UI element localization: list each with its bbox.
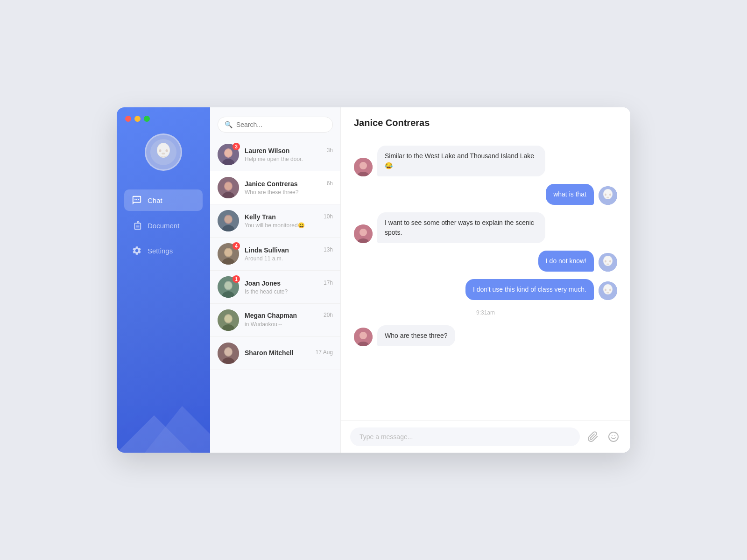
contact-avatar-janice [218, 177, 239, 198]
chat-header: Janice Contreras [341, 107, 630, 136]
badge-lauren: 3 [233, 143, 240, 150]
contact-preview-megan: in Wudaokou～ [245, 321, 333, 329]
contact-info-lauren: Lauren Wilson 3h Help me open the door. [245, 147, 333, 162]
contact-info-linda: Linda Sullivan 13h Around 11 a.m. [245, 246, 333, 262]
message-bubble-1: Similar to the West Lake and Thousand Is… [377, 146, 545, 176]
contact-preview-lauren: Help me open the door. [245, 156, 333, 162]
svg-point-47 [606, 197, 609, 198]
contact-time-kelly: 10h [324, 213, 333, 221]
message-row-4: I do not know! [354, 251, 617, 272]
contact-preview-janice: Who are these three? [245, 189, 333, 196]
user-avatar [145, 133, 182, 171]
contact-time-joan: 17h [324, 280, 333, 287]
message-avatar-janice-1 [354, 158, 373, 176]
contact-item-kelly[interactable]: Kelly Tran 10h You will be monitored😀 [210, 204, 340, 238]
attach-button[interactable] [585, 429, 600, 444]
svg-point-6 [134, 199, 135, 200]
emoji-button[interactable] [606, 429, 621, 444]
close-button[interactable] [125, 116, 131, 122]
svg-point-14 [225, 149, 232, 157]
badge-joan: 1 [233, 275, 240, 283]
sidebar-chat-label: Chat [148, 196, 162, 204]
svg-point-30 [225, 282, 232, 289]
paperclip-icon [587, 431, 599, 442]
contact-time-janice: 6h [327, 180, 333, 188]
svg-point-7 [136, 199, 137, 200]
contact-preview-linda: Around 11 a.m. [245, 255, 333, 262]
contact-item-lauren[interactable]: 3 Lauren Wilson 3h Help me open the door… [210, 138, 340, 171]
contact-time-sharon: 17 Aug [316, 349, 333, 357]
message-bubble-3: I want to see some other ways to explain… [377, 212, 545, 243]
message-row-7: Who are these three? [354, 325, 617, 346]
svg-point-22 [225, 216, 232, 223]
message-avatar-janice-3 [354, 328, 373, 346]
svg-point-50 [359, 229, 367, 236]
contact-item-janice[interactable]: Janice Contreras 6h Who are these three? [210, 171, 340, 204]
time-divider: 9:31am [354, 308, 617, 318]
message-bubble-5: I don't use this kind of class very much… [465, 279, 594, 300]
contact-avatar-wrap-lauren: 3 [218, 144, 239, 165]
maximize-button[interactable] [144, 116, 150, 122]
svg-point-34 [225, 315, 232, 322]
contact-info-sharon: Sharon Mitchell 17 Aug [245, 349, 333, 358]
svg-point-60 [605, 289, 606, 291]
sidebar-item-chat[interactable]: Chat [124, 189, 203, 211]
emoji-icon [608, 431, 619, 442]
app-window: Chat Document Settings [117, 107, 630, 453]
svg-point-62 [606, 292, 609, 294]
minimize-button[interactable] [134, 116, 141, 122]
search-icon: 🔍 [225, 121, 233, 128]
svg-point-56 [606, 264, 609, 265]
svg-point-41 [359, 162, 367, 169]
search-input-wrap[interactable]: 🔍 [218, 117, 333, 133]
svg-point-4 [166, 149, 168, 152]
contact-time-megan: 20h [324, 312, 333, 319]
contact-item-megan[interactable]: Megan Chapman 20h in Wudaokou～ [210, 304, 340, 337]
contact-avatar-wrap-kelly [218, 210, 239, 231]
svg-point-54 [605, 260, 606, 263]
message-row-2: what is that [354, 184, 617, 205]
contact-info-joan: Joan Jones 17h Is the head cute? [245, 280, 333, 295]
contact-info-janice: Janice Contreras 6h Who are these three? [245, 180, 333, 196]
contact-preview-kelly: You will be monitored😀 [245, 222, 333, 229]
contact-avatar-kelly [218, 210, 239, 231]
contact-item-linda[interactable]: 4 Linda Sullivan 13h Around 11 a.m. [210, 238, 340, 271]
search-input[interactable] [236, 121, 326, 128]
contact-item-joan[interactable]: 1 Joan Jones 17h Is the head cute? [210, 271, 340, 304]
contact-info-kelly: Kelly Tran 10h You will be monitored😀 [245, 213, 333, 229]
svg-point-66 [609, 432, 618, 441]
message-avatar-janice-2 [354, 224, 373, 243]
message-bubble-2: what is that [546, 184, 594, 205]
svg-point-46 [609, 194, 611, 196]
sidebar-document-label: Document [148, 222, 179, 230]
search-bar: 🔍 [210, 107, 340, 138]
contact-name-kelly: Kelly Tran 10h [245, 213, 333, 221]
message-bubble-4: I do not know! [538, 251, 594, 272]
svg-point-8 [138, 199, 139, 200]
contact-preview-joan: Is the head cute? [245, 288, 333, 295]
document-icon [132, 220, 142, 231]
chat-messages: Similar to the West Lake and Thousand Is… [341, 136, 630, 420]
chat-icon [132, 195, 142, 205]
contact-name-linda: Linda Sullivan 13h [245, 246, 333, 254]
contact-avatar-wrap-megan [218, 309, 239, 331]
contact-item-sharon[interactable]: Sharon Mitchell 17 Aug [210, 337, 340, 370]
svg-point-61 [609, 289, 611, 291]
message-avatar-user-1 [599, 186, 617, 205]
message-avatar-user-2 [599, 253, 617, 272]
svg-point-5 [162, 153, 165, 154]
svg-point-45 [605, 194, 606, 196]
sidebar-item-document[interactable]: Document [124, 215, 203, 236]
message-row-5: I don't use this kind of class very much… [354, 279, 617, 300]
contact-info-megan: Megan Chapman 20h in Wudaokou～ [245, 312, 333, 329]
message-input[interactable] [350, 427, 580, 446]
message-bubble-7: Who are these three? [377, 325, 455, 346]
sidebar-item-settings[interactable]: Settings [124, 240, 203, 261]
sidebar: Chat Document Settings [117, 107, 210, 453]
svg-point-18 [225, 182, 232, 190]
contact-avatar-wrap-janice [218, 177, 239, 198]
contact-time-lauren: 3h [327, 147, 333, 154]
sidebar-navigation: Chat Document Settings [117, 189, 210, 261]
svg-point-55 [609, 260, 611, 263]
chat-header-name: Janice Contreras [354, 118, 617, 128]
